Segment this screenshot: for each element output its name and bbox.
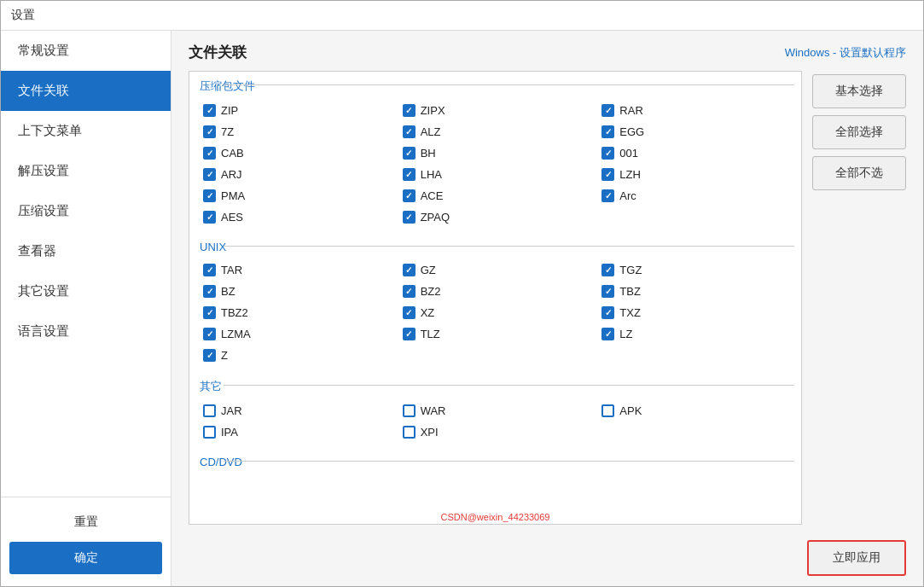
- right-button-2[interactable]: 全部不选: [812, 156, 906, 190]
- file-grid-UNIX: TARGZTGZBZBZ2TBZTBZ2XZTXZLZMATLZLZZ: [189, 257, 801, 372]
- right-button-1[interactable]: 全部选择: [812, 115, 906, 149]
- file-item-TBZ2[interactable]: TBZ2: [196, 303, 396, 323]
- checkbox-ZPAQ[interactable]: [403, 211, 416, 224]
- file-item-LHA[interactable]: LHA: [396, 165, 596, 184]
- file-label-XZ: XZ: [421, 306, 435, 319]
- file-item-ZPAQ[interactable]: ZPAQ: [396, 207, 596, 227]
- file-item-XZ[interactable]: XZ: [396, 303, 596, 323]
- file-item-ZIPX[interactable]: ZIPX: [396, 101, 596, 120]
- sidebar-item-4[interactable]: 压缩设置: [1, 191, 171, 231]
- checkbox-TBZ2[interactable]: [203, 306, 216, 319]
- file-item-7Z[interactable]: 7Z: [196, 122, 396, 142]
- file-label-Z: Z: [221, 349, 228, 362]
- file-item-TLZ[interactable]: TLZ: [396, 324, 596, 344]
- file-label-TBZ: TBZ: [619, 285, 641, 298]
- file-item-Z[interactable]: Z: [196, 346, 396, 365]
- checkbox-BZ[interactable]: [203, 285, 216, 298]
- confirm-button[interactable]: 确定: [9, 542, 162, 574]
- sidebar-item-1[interactable]: 文件关联: [1, 71, 171, 111]
- checkbox-TBZ[interactable]: [601, 285, 614, 298]
- checkbox-BH[interactable]: [403, 147, 416, 160]
- checkbox-JAR[interactable]: [203, 404, 216, 417]
- checkbox-CAB[interactable]: [203, 147, 216, 160]
- file-item-TBZ[interactable]: TBZ: [595, 282, 794, 301]
- checkbox-TXZ[interactable]: [601, 306, 614, 319]
- file-item-TXZ[interactable]: TXZ: [595, 303, 794, 323]
- file-label-BZ2: BZ2: [421, 285, 441, 298]
- file-item-CAB[interactable]: CAB: [196, 143, 396, 163]
- checkbox-Arc[interactable]: [601, 189, 614, 202]
- checkbox-EGG[interactable]: [601, 125, 614, 138]
- checkbox-XZ[interactable]: [403, 306, 416, 319]
- reset-button[interactable]: 重置: [1, 506, 171, 538]
- checkbox-WAR[interactable]: [403, 404, 416, 417]
- checkbox-APK[interactable]: [601, 404, 614, 417]
- file-item-ZIP[interactable]: ZIP: [196, 101, 396, 120]
- file-label-BH: BH: [421, 147, 436, 160]
- checkbox-TAR[interactable]: [203, 264, 216, 276]
- file-item-Arc[interactable]: Arc: [595, 186, 794, 206]
- checkbox-ZIP[interactable]: [203, 104, 216, 117]
- checkbox-GZ[interactable]: [403, 264, 416, 276]
- sidebar-item-6[interactable]: 其它设置: [1, 271, 171, 311]
- file-item-LZMA[interactable]: LZMA: [196, 324, 396, 344]
- sidebar-item-5[interactable]: 查看器: [1, 231, 171, 271]
- section-label-压缩包文件: 压缩包文件: [189, 72, 801, 97]
- file-label-ARJ: ARJ: [221, 168, 242, 181]
- file-item-RAR[interactable]: RAR: [595, 101, 794, 120]
- checkbox-ZIPX[interactable]: [403, 104, 416, 117]
- sidebar-item-2[interactable]: 上下文菜单: [1, 111, 171, 151]
- file-item-GZ[interactable]: GZ: [396, 260, 596, 280]
- checkbox-LHA[interactable]: [403, 168, 416, 181]
- file-item-ALZ[interactable]: ALZ: [396, 122, 596, 142]
- file-item-ARJ[interactable]: ARJ: [196, 165, 396, 184]
- checkbox-TLZ[interactable]: [403, 328, 416, 340]
- file-item-XPI[interactable]: XPI: [396, 422, 596, 442]
- checkbox-LZMA[interactable]: [203, 328, 216, 340]
- checkbox-ARJ[interactable]: [203, 168, 216, 181]
- file-item-IPA[interactable]: IPA: [196, 422, 396, 442]
- file-item-BZ2[interactable]: BZ2: [396, 282, 596, 301]
- checkbox-Z[interactable]: [203, 349, 216, 362]
- file-item-PMA[interactable]: PMA: [196, 186, 396, 206]
- file-item-BZ[interactable]: BZ: [196, 282, 396, 301]
- file-item-TAR[interactable]: TAR: [196, 260, 396, 280]
- file-item-WAR[interactable]: WAR: [396, 401, 596, 421]
- file-item-001[interactable]: 001: [595, 143, 794, 163]
- file-item-BH[interactable]: BH: [396, 143, 596, 163]
- file-item-APK[interactable]: APK: [595, 401, 794, 421]
- checkbox-LZH[interactable]: [601, 168, 614, 181]
- file-item-LZ[interactable]: LZ: [595, 324, 794, 344]
- sidebar-item-3[interactable]: 解压设置: [1, 151, 171, 191]
- file-label-LZMA: LZMA: [221, 328, 251, 340]
- checkbox-7Z[interactable]: [203, 125, 216, 138]
- right-buttons-panel: 基本选择全部选择全部不选: [812, 71, 906, 525]
- sidebar-item-7[interactable]: 语言设置: [1, 311, 171, 352]
- checkbox-ACE[interactable]: [403, 189, 416, 202]
- checkbox-XPI[interactable]: [403, 426, 416, 439]
- file-item-TGZ[interactable]: TGZ: [595, 260, 794, 280]
- checkbox-RAR[interactable]: [601, 104, 614, 117]
- file-label-CAB: CAB: [221, 147, 244, 160]
- file-label-XPI: XPI: [421, 426, 439, 439]
- file-label-LZH: LZH: [619, 168, 641, 181]
- file-item-ACE[interactable]: ACE: [396, 186, 596, 206]
- file-item-JAR[interactable]: JAR: [196, 401, 396, 421]
- checkbox-ALZ[interactable]: [403, 125, 416, 138]
- windows-link[interactable]: Windows - 设置默认程序: [785, 45, 906, 61]
- checkbox-LZ[interactable]: [601, 328, 614, 340]
- file-label-GZ: GZ: [421, 264, 436, 276]
- checkbox-IPA[interactable]: [203, 426, 216, 439]
- checkbox-PMA[interactable]: [203, 189, 216, 202]
- apply-button[interactable]: 立即应用: [807, 540, 906, 576]
- checkbox-BZ2[interactable]: [403, 285, 416, 298]
- file-item-EGG[interactable]: EGG: [595, 122, 794, 142]
- checkbox-TGZ[interactable]: [601, 264, 614, 276]
- sidebar-item-0[interactable]: 常规设置: [1, 31, 171, 71]
- checkbox-001[interactable]: [601, 147, 614, 160]
- checkbox-AES[interactable]: [203, 211, 216, 224]
- file-item-AES[interactable]: AES: [196, 207, 396, 227]
- window-title: 设置: [11, 8, 35, 21]
- right-button-0[interactable]: 基本选择: [812, 74, 906, 108]
- file-item-LZH[interactable]: LZH: [595, 165, 794, 184]
